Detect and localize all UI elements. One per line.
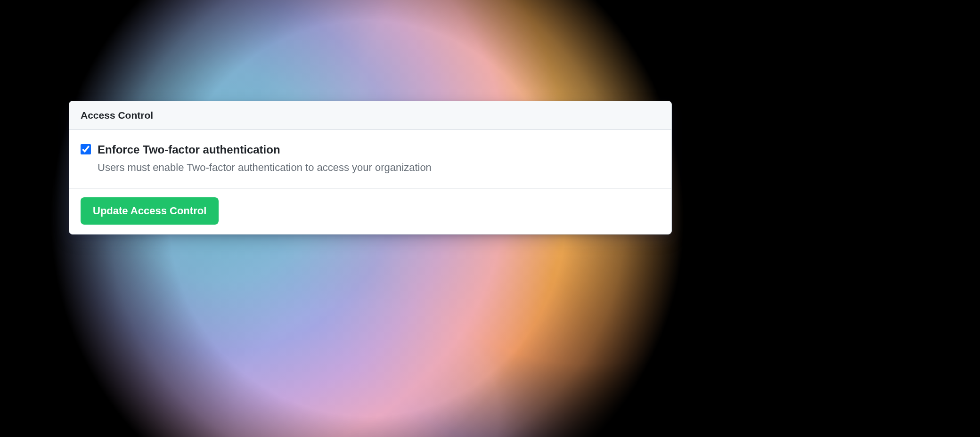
access-control-panel: Access Control Enforce Two-factor authen… [69, 101, 672, 235]
update-access-control-button[interactable]: Update Access Control [81, 197, 219, 225]
panel-footer: Update Access Control [69, 189, 671, 234]
enforce-2fa-description: Users must enable Two-factor authenticat… [98, 161, 432, 175]
enforce-2fa-option-row: Enforce Two-factor authentication Users … [81, 142, 660, 175]
enforce-2fa-text-wrap: Enforce Two-factor authentication Users … [98, 142, 432, 175]
panel-title: Access Control [81, 110, 660, 121]
panel-header: Access Control [69, 101, 671, 130]
enforce-2fa-label[interactable]: Enforce Two-factor authentication [98, 142, 432, 157]
enforce-2fa-checkbox[interactable] [81, 144, 91, 154]
panel-body: Enforce Two-factor authentication Users … [69, 130, 671, 189]
